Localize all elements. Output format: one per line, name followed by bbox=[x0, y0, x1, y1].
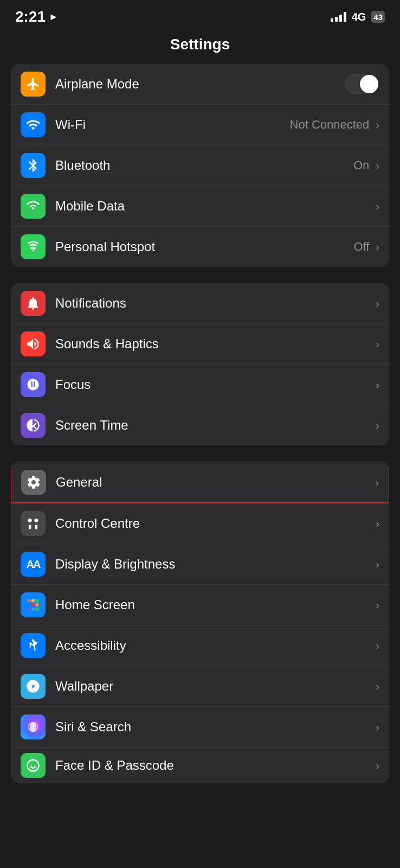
time-label: 2:21 bbox=[15, 8, 46, 25]
bluetooth-item[interactable]: Bluetooth On › bbox=[11, 145, 389, 186]
bluetooth-value: On bbox=[353, 158, 369, 173]
page-title: Settings bbox=[0, 30, 400, 64]
sounds-haptics-label: Sounds & Haptics bbox=[55, 336, 373, 352]
home-screen-label: Home Screen bbox=[55, 597, 373, 612]
bluetooth-icon bbox=[21, 153, 46, 178]
svg-rect-7 bbox=[28, 603, 31, 607]
control-centre-label: Control Centre bbox=[55, 516, 373, 531]
face-id-chevron: › bbox=[376, 760, 379, 772]
notifications-icon bbox=[21, 291, 46, 316]
personal-hotspot-label: Personal Hotspot bbox=[55, 239, 353, 254]
svg-rect-5 bbox=[31, 599, 35, 603]
wifi-chevron: › bbox=[376, 119, 379, 131]
svg-rect-9 bbox=[36, 603, 39, 607]
notifications-chevron: › bbox=[376, 297, 379, 310]
siri-search-chevron: › bbox=[376, 721, 379, 733]
screen-time-icon bbox=[21, 413, 46, 438]
airplane-mode-toggle[interactable] bbox=[345, 74, 379, 94]
svg-rect-12 bbox=[36, 608, 39, 611]
screen-time-chevron: › bbox=[376, 419, 379, 432]
sounds-haptics-item[interactable]: Sounds & Haptics › bbox=[11, 324, 389, 365]
bluetooth-label: Bluetooth bbox=[55, 158, 353, 173]
general-chevron: › bbox=[375, 476, 379, 489]
face-id-label: Face ID & Passcode bbox=[55, 758, 373, 773]
wallpaper-icon bbox=[21, 674, 46, 699]
control-centre-icon bbox=[21, 511, 46, 536]
accessibility-chevron: › bbox=[376, 640, 379, 652]
wifi-icon bbox=[21, 112, 46, 137]
sounds-haptics-icon bbox=[21, 331, 46, 356]
screen-time-item[interactable]: Screen Time › bbox=[11, 405, 389, 445]
svg-rect-3 bbox=[35, 525, 38, 529]
mobile-data-label: Mobile Data bbox=[55, 199, 373, 214]
battery-percent: 43 bbox=[373, 12, 383, 22]
signal-bars bbox=[331, 12, 346, 22]
siri-search-icon bbox=[21, 714, 46, 739]
signal-bar-1 bbox=[331, 18, 333, 22]
svg-rect-10 bbox=[28, 608, 31, 611]
status-time: 2:21 ► bbox=[15, 8, 59, 25]
personal-hotspot-icon bbox=[21, 234, 46, 259]
personal-hotspot-value: Off bbox=[353, 240, 369, 254]
screen-time-label: Screen Time bbox=[55, 418, 373, 433]
status-right: 4G 43 bbox=[331, 11, 385, 23]
display-brightness-label: Display & Brightness bbox=[55, 557, 373, 572]
focus-item[interactable]: Focus › bbox=[11, 365, 389, 405]
home-screen-icon bbox=[21, 592, 46, 617]
wallpaper-chevron: › bbox=[376, 680, 379, 693]
svg-point-1 bbox=[34, 519, 38, 522]
wallpaper-label: Wallpaper bbox=[55, 679, 373, 694]
general-item[interactable]: General › bbox=[11, 462, 389, 503]
display-brightness-icon: AA bbox=[21, 552, 46, 577]
focus-label: Focus bbox=[55, 377, 373, 392]
notifications-group: Notifications › Sounds & Haptics › Focus… bbox=[11, 283, 389, 445]
mobile-data-chevron: › bbox=[376, 200, 379, 213]
airplane-mode-label: Airplane Mode bbox=[55, 76, 340, 92]
general-label: General bbox=[56, 475, 373, 490]
accessibility-icon bbox=[21, 633, 46, 658]
svg-rect-2 bbox=[29, 525, 31, 529]
control-centre-chevron: › bbox=[376, 518, 379, 530]
general-group: General › Control Centre › AA Display & … bbox=[11, 462, 389, 783]
svg-point-0 bbox=[28, 519, 32, 522]
personal-hotspot-item[interactable]: Personal Hotspot Off › bbox=[11, 227, 389, 267]
mobile-data-item[interactable]: Mobile Data › bbox=[11, 186, 389, 227]
personal-hotspot-chevron: › bbox=[376, 241, 379, 253]
wifi-value: Not Connected bbox=[290, 118, 370, 132]
accessibility-item[interactable]: Accessibility › bbox=[11, 626, 389, 666]
status-bar: 2:21 ► 4G 43 bbox=[0, 0, 400, 30]
display-brightness-item[interactable]: AA Display & Brightness › bbox=[11, 544, 389, 585]
battery: 43 bbox=[371, 11, 385, 23]
display-brightness-chevron: › bbox=[376, 558, 379, 571]
siri-search-item[interactable]: Siri & Search › bbox=[11, 707, 389, 748]
home-screen-chevron: › bbox=[376, 599, 379, 611]
notifications-label: Notifications bbox=[55, 296, 373, 311]
airplane-mode-icon bbox=[21, 72, 46, 97]
general-icon bbox=[21, 470, 46, 495]
focus-chevron: › bbox=[376, 379, 379, 391]
location-icon: ► bbox=[49, 11, 59, 23]
svg-rect-11 bbox=[31, 608, 35, 611]
signal-bar-2 bbox=[335, 17, 338, 22]
accessibility-label: Accessibility bbox=[55, 638, 373, 653]
svg-rect-4 bbox=[28, 599, 31, 603]
face-id-item[interactable]: Face ID & Passcode › bbox=[11, 748, 389, 783]
airplane-mode-item[interactable]: Airplane Mode bbox=[11, 64, 389, 105]
bluetooth-chevron: › bbox=[376, 159, 379, 172]
signal-bar-4 bbox=[344, 12, 346, 22]
sounds-haptics-chevron: › bbox=[376, 338, 379, 350]
siri-search-label: Siri & Search bbox=[55, 719, 373, 735]
signal-bar-3 bbox=[339, 15, 342, 22]
notifications-item[interactable]: Notifications › bbox=[11, 283, 389, 324]
control-centre-item[interactable]: Control Centre › bbox=[11, 503, 389, 544]
wifi-label: Wi-Fi bbox=[55, 117, 290, 132]
home-screen-item[interactable]: Home Screen › bbox=[11, 585, 389, 626]
wallpaper-item[interactable]: Wallpaper › bbox=[11, 666, 389, 707]
mobile-data-icon bbox=[21, 194, 46, 219]
toggle-knob bbox=[360, 75, 378, 93]
connectivity-group: Airplane Mode Wi-Fi Not Connected › Blue… bbox=[11, 64, 389, 267]
svg-rect-6 bbox=[36, 599, 39, 603]
face-id-icon bbox=[21, 753, 46, 778]
wifi-item[interactable]: Wi-Fi Not Connected › bbox=[11, 105, 389, 145]
network-label: 4G bbox=[352, 11, 366, 23]
